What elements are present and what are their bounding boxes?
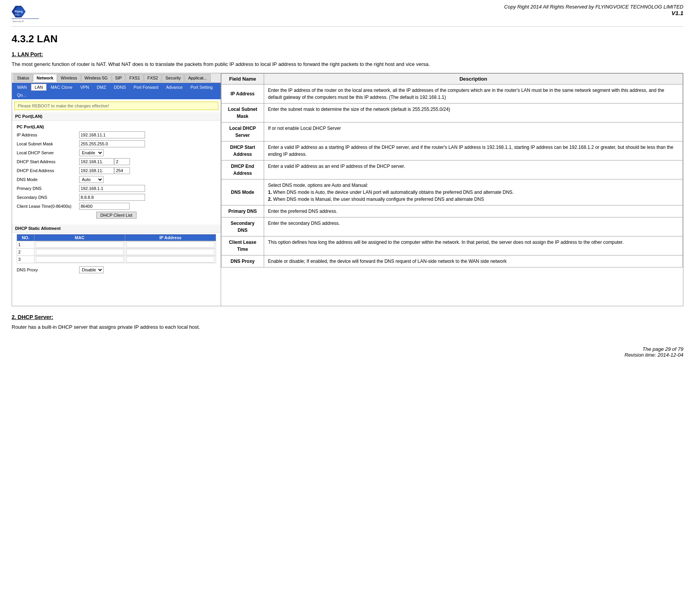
desc-dns-proxy: Enable or disable; If enabled, the devic… xyxy=(264,255,683,267)
subnet-mask-input[interactable] xyxy=(79,140,145,147)
version-text: V1.1 xyxy=(504,10,683,16)
sub1-title: 1. LAN Port: xyxy=(12,51,683,57)
row1-ip-input[interactable] xyxy=(126,242,214,248)
secondary-dns-label: Secondary DNS xyxy=(17,195,77,200)
desc-row-lease-time: Client Lease Time This option defines ho… xyxy=(221,236,683,255)
dhcp-end-row: DHCP End Address xyxy=(17,167,216,174)
dhcp-end-label: DHCP End Address xyxy=(17,168,77,173)
row3-ip xyxy=(125,255,216,263)
desc-dhcp-end: Enter a valid IP address as an end IP ad… xyxy=(264,160,683,179)
sub-tab-portsetting[interactable]: Port Setting xyxy=(187,84,216,91)
field-ip-address: IP Address xyxy=(221,84,264,103)
row3-no: 3 xyxy=(17,255,35,263)
nav-tab-wireless5g[interactable]: Wireless 5G xyxy=(81,74,111,82)
desc-subnet-mask: Enter the subnet mask to determine the s… xyxy=(264,103,683,122)
dhcp-server-row: Local DHCP Server Enable Disable xyxy=(17,149,216,156)
sub-tab-vpn[interactable]: VPN xyxy=(77,84,93,91)
nav-tab-security[interactable]: Security xyxy=(162,74,184,82)
dhcp-start-row: DHCP Start Address xyxy=(17,158,216,165)
desc-ip-address: Enter the IP address of the router on th… xyxy=(264,84,683,103)
dhcp-end-last-input[interactable] xyxy=(114,167,130,174)
page-header: Flying Voice Voice over IP Copy Right 20… xyxy=(12,4,683,27)
router-ui-panel: Status Network Wireless Wireless 5G SIP … xyxy=(12,73,221,306)
section-title: 4.3.2 LAN xyxy=(12,33,683,45)
nav-tab-fxs1[interactable]: FXS1 xyxy=(126,74,143,82)
field-lease-time: Client Lease Time xyxy=(221,236,264,255)
page-footer: The page 29 of 79 Revision time: 2014-12… xyxy=(12,346,683,358)
static-row-1: 1 xyxy=(17,241,216,248)
row3-mac-input[interactable] xyxy=(36,256,124,262)
desc-row-dns-mode: DNS Mode Select DNS mode, options are Au… xyxy=(221,179,683,205)
field-dns-proxy: DNS Proxy xyxy=(221,255,264,267)
nav-tab-network[interactable]: Network xyxy=(33,74,57,82)
sub-tab-qos[interactable]: Qo... xyxy=(14,91,30,98)
dns-proxy-select[interactable]: Disable Enable xyxy=(79,266,104,273)
static-row-2: 2 xyxy=(17,248,216,255)
nav-tab-sip[interactable]: SIP xyxy=(112,74,126,82)
dns-proxy-row: DNS Proxy Disable Enable xyxy=(12,265,221,275)
row3-ip-input[interactable] xyxy=(126,256,214,262)
field-dhcp-start: DHCP Start Address xyxy=(221,141,264,160)
sub-nav: WAN LAN MAC Clone VPN DMZ DDNS Port Forw… xyxy=(12,83,221,99)
row1-mac-input[interactable] xyxy=(36,242,124,248)
secondary-dns-row: Secondary DNS xyxy=(17,194,216,201)
desc-row-dhcp-start: DHCP Start Address Enter a valid IP addr… xyxy=(221,141,683,160)
ip-address-input[interactable] xyxy=(79,131,145,138)
field-dhcp-server: Local DHCP Server xyxy=(221,122,264,141)
row2-ip-input[interactable] xyxy=(126,249,214,255)
field-dhcp-end: DHCP End Address xyxy=(221,160,264,179)
desc-dhcp-start: Enter a valid IP address as a starting I… xyxy=(264,141,683,160)
row2-mac-input[interactable] xyxy=(36,249,124,255)
row1-ip xyxy=(125,241,216,248)
field-secondary-dns: Secondary DNS xyxy=(221,217,264,236)
sub-tab-portforward[interactable]: Port Forward xyxy=(130,84,162,91)
secondary-dns-input[interactable] xyxy=(79,194,145,201)
primary-dns-row: Primary DNS xyxy=(17,185,216,192)
dhcp-server-select[interactable]: Enable Disable xyxy=(79,149,104,156)
nav-tab-status[interactable]: Status xyxy=(14,74,33,82)
left-panel-spacer xyxy=(12,275,221,306)
dhcp-start-last-input[interactable] xyxy=(114,158,130,165)
nav-tab-applicat[interactable]: Applicat... xyxy=(185,74,210,82)
content-area: Status Network Wireless Wireless 5G SIP … xyxy=(12,73,683,306)
lease-time-row: Client Lease Time(0-86400s) xyxy=(17,203,216,210)
sub2-text: Router has a built-in DHCP server that a… xyxy=(12,323,683,331)
col-mac-header: MAC xyxy=(34,234,125,241)
desc-lease-time: This option defines how long the address… xyxy=(264,236,683,255)
nav-tab-fxs2[interactable]: FXS2 xyxy=(144,74,162,82)
dhcp-server-label: Local DHCP Server xyxy=(17,150,77,155)
row1-mac xyxy=(34,241,125,248)
desc-col-field-header: Field Name xyxy=(221,73,264,84)
sub-tab-advance[interactable]: Advance xyxy=(163,84,186,91)
logo-area: Flying Voice Voice over IP xyxy=(12,4,39,23)
field-primary-dns: Primary DNS xyxy=(221,205,264,217)
svg-text:Voice over IP: Voice over IP xyxy=(12,20,24,22)
col-no-header: NO. xyxy=(17,234,35,241)
dhcp-start-prefix-input[interactable] xyxy=(79,158,114,165)
primary-dns-input[interactable] xyxy=(79,185,145,192)
dns-mode-select[interactable]: Auto Manual xyxy=(79,176,104,183)
sub-tab-macclone[interactable]: MAC Clone xyxy=(47,84,76,91)
reboot-notice: Please REBOOT to make the changes effect… xyxy=(14,102,218,110)
lease-time-label: Client Lease Time(0-86400s) xyxy=(17,204,77,209)
dhcp-start-label: DHCP Start Address xyxy=(17,159,77,164)
sub-tab-ddns[interactable]: DDNS xyxy=(110,84,129,91)
nav-tab-wireless[interactable]: Wireless xyxy=(57,74,81,82)
sub-tab-lan[interactable]: LAN xyxy=(31,84,46,91)
primary-dns-label: Primary DNS xyxy=(17,186,77,191)
desc-dns-mode: Select DNS mode, options are Auto and Ma… xyxy=(264,179,683,205)
svg-text:Flying: Flying xyxy=(15,10,23,13)
sub-tab-dmz[interactable]: DMZ xyxy=(93,84,110,91)
static-allotment-title: DHCP Static Allotment xyxy=(12,224,221,233)
col-ip-header: IP Address xyxy=(125,234,216,241)
field-subnet-mask: Local Subnet Mask xyxy=(221,103,264,122)
desc-row-dhcp-end: DHCP End Address Enter a valid IP addres… xyxy=(221,160,683,179)
dhcp-client-list-btn[interactable]: DHCP Client List xyxy=(96,212,137,219)
row3-mac xyxy=(34,255,125,263)
lease-time-input[interactable] xyxy=(79,203,130,210)
form-section-subtitle: PC Port(LAN) xyxy=(17,124,216,129)
desc-row-dhcp-server: Local DHCP Server If or not enable Local… xyxy=(221,122,683,141)
dhcp-end-prefix-input[interactable] xyxy=(79,167,114,174)
desc-row-primary-dns: Primary DNS Enter the preferred DNS addr… xyxy=(221,205,683,217)
sub-tab-wan[interactable]: WAN xyxy=(14,84,30,91)
